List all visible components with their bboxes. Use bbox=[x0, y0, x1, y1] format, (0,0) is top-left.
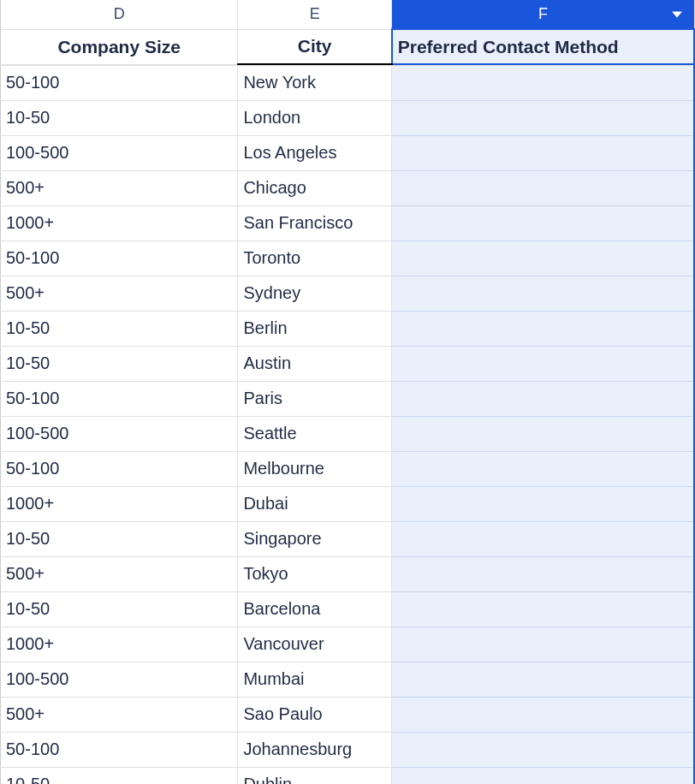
table-row: 500+Chicago bbox=[1, 170, 695, 205]
cell-company-size[interactable]: 10-50 bbox=[1, 311, 238, 346]
cell-preferred-contact[interactable] bbox=[392, 100, 694, 135]
cell-preferred-contact[interactable] bbox=[392, 521, 694, 556]
cell-preferred-contact[interactable] bbox=[392, 697, 694, 732]
cell-city[interactable]: New York bbox=[238, 65, 392, 100]
cell-company-size[interactable]: 500+ bbox=[1, 170, 238, 205]
cell-city[interactable]: Johannesburg bbox=[238, 732, 392, 767]
cell-city[interactable]: Tokyo bbox=[238, 556, 392, 591]
cell-preferred-contact[interactable] bbox=[392, 556, 694, 591]
table-row: 10-50London bbox=[1, 100, 695, 135]
cell-company-size[interactable]: 500+ bbox=[1, 276, 238, 311]
cell-preferred-contact[interactable] bbox=[392, 135, 694, 170]
cell-preferred-contact[interactable] bbox=[392, 170, 694, 205]
cell-company-size[interactable]: 50-100 bbox=[1, 65, 238, 100]
cell-city[interactable]: Chicago bbox=[238, 170, 392, 205]
table-row: 10-50Dublin bbox=[1, 767, 695, 784]
column-header-d[interactable]: D bbox=[1, 0, 238, 29]
table-row: 50-100Paris bbox=[1, 381, 695, 416]
table-row: 50-100Toronto bbox=[1, 241, 695, 276]
cell-preferred-contact[interactable] bbox=[392, 591, 694, 627]
table-row: 500+Sydney bbox=[1, 276, 695, 311]
column-letter-f: F bbox=[538, 5, 548, 22]
cell-company-size[interactable]: 50-100 bbox=[1, 241, 238, 276]
cell-preferred-contact[interactable] bbox=[392, 416, 694, 451]
cell-city[interactable]: Dublin bbox=[238, 767, 392, 784]
column-header-f[interactable]: F bbox=[392, 0, 694, 29]
cell-company-size[interactable]: 10-50 bbox=[1, 100, 238, 135]
cell-city[interactable]: Los Angeles bbox=[238, 135, 392, 170]
table-row: 10-50Berlin bbox=[1, 311, 695, 346]
column-header-e[interactable]: E bbox=[238, 0, 392, 29]
cell-preferred-contact[interactable] bbox=[392, 767, 694, 784]
header-preferred-contact[interactable]: Preferred Contact Method bbox=[392, 29, 694, 64]
cell-city[interactable]: Sydney bbox=[238, 276, 392, 311]
column-dropdown-icon[interactable] bbox=[672, 11, 682, 17]
table-row: 10-50Singapore bbox=[1, 521, 695, 556]
cell-company-size[interactable]: 10-50 bbox=[1, 767, 238, 784]
cell-company-size[interactable]: 10-50 bbox=[1, 591, 238, 627]
table-row: 50-100New York bbox=[1, 65, 695, 100]
cell-company-size[interactable]: 500+ bbox=[1, 697, 238, 732]
cell-preferred-contact[interactable] bbox=[392, 627, 694, 662]
table-row: 100-500Los Angeles bbox=[1, 135, 695, 170]
cell-company-size[interactable]: 100-500 bbox=[1, 416, 238, 451]
cell-city[interactable]: Melbourne bbox=[238, 451, 392, 486]
cell-city[interactable]: Vancouver bbox=[238, 627, 392, 662]
cell-city[interactable]: Dubai bbox=[238, 486, 392, 521]
cell-preferred-contact[interactable] bbox=[392, 241, 694, 276]
cell-preferred-contact[interactable] bbox=[392, 451, 694, 486]
table-row: 100-500Seattle bbox=[1, 416, 695, 451]
cell-city[interactable]: Singapore bbox=[238, 521, 392, 556]
cell-city[interactable]: Sao Paulo bbox=[238, 697, 392, 732]
cell-preferred-contact[interactable] bbox=[392, 311, 694, 346]
table-row: 1000+San Francisco bbox=[1, 205, 695, 241]
cell-company-size[interactable]: 100-500 bbox=[1, 662, 238, 697]
cell-city[interactable]: Seattle bbox=[238, 416, 392, 451]
cell-preferred-contact[interactable] bbox=[392, 65, 694, 100]
cell-company-size[interactable]: 100-500 bbox=[1, 135, 238, 170]
cell-city[interactable]: Mumbai bbox=[238, 662, 392, 697]
cell-company-size[interactable]: 500+ bbox=[1, 556, 238, 591]
cell-company-size[interactable]: 1000+ bbox=[1, 486, 238, 521]
cell-preferred-contact[interactable] bbox=[392, 276, 694, 311]
table-row: 1000+Vancouver bbox=[1, 627, 695, 662]
cell-preferred-contact[interactable] bbox=[392, 486, 694, 521]
cell-preferred-contact[interactable] bbox=[392, 381, 694, 416]
header-company-size[interactable]: Company Size bbox=[1, 29, 238, 64]
cell-city[interactable]: Toronto bbox=[238, 241, 392, 276]
cell-preferred-contact[interactable] bbox=[392, 732, 694, 767]
cell-company-size[interactable]: 50-100 bbox=[1, 381, 238, 416]
cell-city[interactable]: San Francisco bbox=[238, 205, 392, 241]
cell-company-size[interactable]: 1000+ bbox=[1, 627, 238, 662]
table-row: 10-50Austin bbox=[1, 346, 695, 381]
spreadsheet-grid[interactable]: D E F Company Size City Preferred Contac… bbox=[0, 0, 695, 784]
header-city[interactable]: City bbox=[238, 29, 392, 64]
cell-city[interactable]: Barcelona bbox=[238, 591, 392, 627]
cell-company-size[interactable]: 10-50 bbox=[1, 521, 238, 556]
cell-city[interactable]: London bbox=[238, 100, 392, 135]
table-header-row: Company Size City Preferred Contact Meth… bbox=[1, 29, 695, 64]
table-row: 10-50Barcelona bbox=[1, 591, 695, 627]
table-row: 1000+Dubai bbox=[1, 486, 695, 521]
table-row: 100-500Mumbai bbox=[1, 662, 695, 697]
cell-preferred-contact[interactable] bbox=[392, 205, 694, 241]
cell-preferred-contact[interactable] bbox=[392, 662, 694, 697]
cell-city[interactable]: Paris bbox=[238, 381, 392, 416]
cell-company-size[interactable]: 50-100 bbox=[1, 451, 238, 486]
column-letter-row: D E F bbox=[1, 0, 695, 29]
cell-city[interactable]: Austin bbox=[238, 346, 392, 381]
cell-company-size[interactable]: 50-100 bbox=[1, 732, 238, 767]
table-row: 50-100Melbourne bbox=[1, 451, 695, 486]
cell-company-size[interactable]: 1000+ bbox=[1, 205, 238, 241]
cell-company-size[interactable]: 10-50 bbox=[1, 346, 238, 381]
table-row: 50-100Johannesburg bbox=[1, 732, 695, 767]
table-row: 500+Tokyo bbox=[1, 556, 695, 591]
cell-city[interactable]: Berlin bbox=[238, 311, 392, 346]
table-row: 500+Sao Paulo bbox=[1, 697, 695, 732]
cell-preferred-contact[interactable] bbox=[392, 346, 694, 381]
